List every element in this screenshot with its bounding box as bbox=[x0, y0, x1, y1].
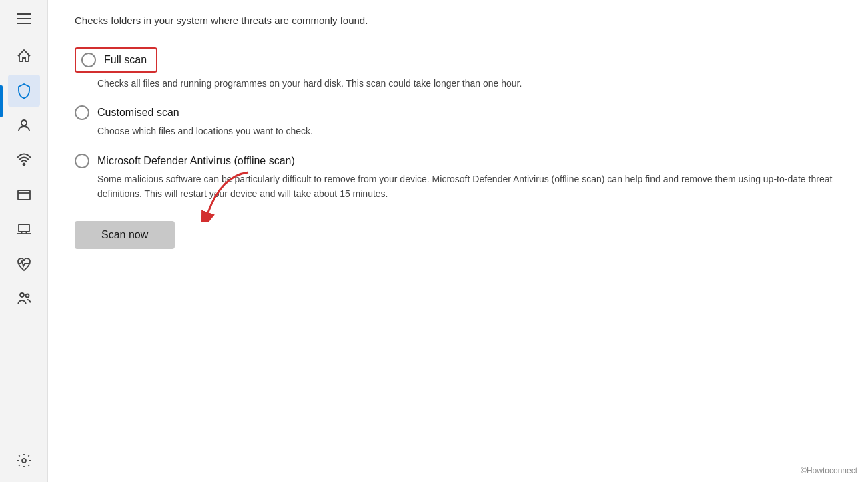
svg-point-7 bbox=[22, 459, 26, 463]
full-scan-description: Checks all files and running programmes … bbox=[97, 77, 841, 91]
svg-point-0 bbox=[21, 120, 27, 126]
arrow-indicator bbox=[188, 169, 268, 222]
sidebar-item-family[interactable] bbox=[8, 283, 40, 315]
svg-point-5 bbox=[20, 293, 24, 297]
radio-full-scan[interactable] bbox=[81, 53, 96, 67]
svg-point-6 bbox=[25, 294, 29, 298]
sidebar-item-laptop[interactable] bbox=[8, 214, 40, 246]
svg-rect-4 bbox=[19, 224, 29, 232]
sidebar-item-shield[interactable] bbox=[8, 75, 40, 107]
sidebar-item-health[interactable] bbox=[8, 248, 40, 280]
radio-offline-scan[interactable] bbox=[75, 154, 89, 168]
customised-scan-label: Customised scan bbox=[97, 107, 179, 119]
scan-option-customised: Customised scan Choose which files and l… bbox=[75, 105, 841, 139]
sidebar bbox=[0, 0, 48, 482]
full-scan-box[interactable]: Full scan bbox=[75, 47, 157, 73]
sidebar-item-user[interactable] bbox=[8, 109, 40, 142]
full-scan-label: Full scan bbox=[104, 54, 147, 66]
svg-point-1 bbox=[23, 164, 25, 166]
sidebar-item-network[interactable] bbox=[8, 144, 40, 176]
scan-now-button[interactable]: Scan now bbox=[75, 221, 175, 249]
radio-customised-scan[interactable] bbox=[75, 105, 89, 120]
scan-now-container: Scan now bbox=[75, 216, 841, 249]
main-content: Checks folders in your system where thre… bbox=[48, 0, 868, 482]
customised-scan-description: Choose which files and locations you wan… bbox=[97, 124, 841, 139]
sidebar-item-home[interactable] bbox=[8, 40, 40, 72]
top-description: Checks folders in your system where thre… bbox=[75, 13, 841, 29]
hamburger-menu[interactable] bbox=[8, 5, 40, 32]
active-indicator bbox=[0, 85, 3, 117]
offline-scan-label: Microsoft Defender Antivirus (offline sc… bbox=[97, 155, 295, 167]
svg-rect-2 bbox=[18, 190, 30, 200]
offline-scan-header[interactable]: Microsoft Defender Antivirus (offline sc… bbox=[75, 154, 841, 168]
sidebar-item-browser[interactable] bbox=[8, 179, 40, 211]
copyright-text: ©Howtoconnect bbox=[801, 466, 857, 475]
sidebar-item-settings[interactable] bbox=[8, 445, 40, 477]
scan-option-full: Full scan Checks all files and running p… bbox=[75, 47, 841, 91]
customised-scan-header[interactable]: Customised scan bbox=[75, 105, 841, 120]
